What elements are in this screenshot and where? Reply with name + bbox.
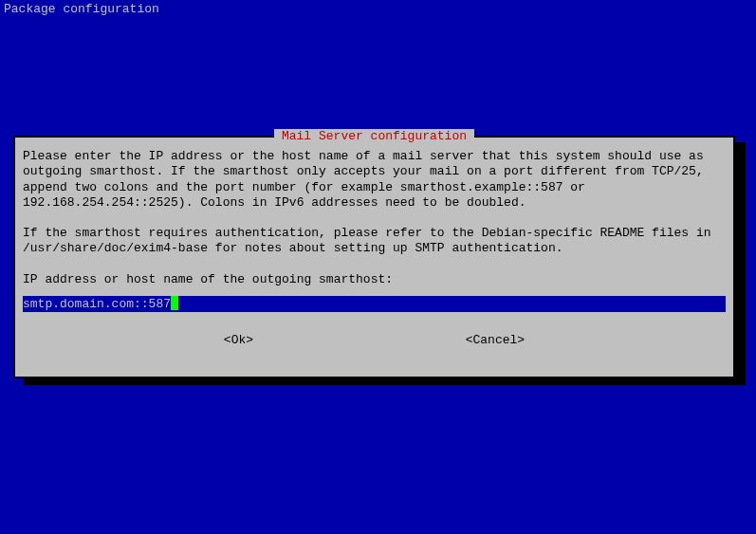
cancel-button[interactable]: <Cancel> <box>466 333 525 347</box>
dialog-body-paragraph-2: If the smarthost requires authentication… <box>23 226 726 257</box>
smarthost-input[interactable]: smtp.domain.com::587 <box>23 296 726 312</box>
dialog-title: Mail Server configuration <box>274 129 474 143</box>
dialog-buttons: <Ok> <Cancel> <box>23 333 726 347</box>
smarthost-input-value: smtp.domain.com::587 <box>23 297 171 311</box>
ok-button[interactable]: <Ok> <box>224 333 253 347</box>
dialog-body-paragraph-1: Please enter the IP address or the host … <box>23 149 726 211</box>
text-cursor <box>171 296 178 310</box>
smarthost-prompt-label: IP address or host name of the outgoing … <box>23 272 726 286</box>
header-title: Package configuration <box>4 2 159 16</box>
mail-server-config-dialog: Mail Server configuration Please enter t… <box>13 136 735 378</box>
page-header: Package configuration <box>0 0 756 18</box>
dialog-title-wrap: Mail Server configuration <box>15 129 733 143</box>
